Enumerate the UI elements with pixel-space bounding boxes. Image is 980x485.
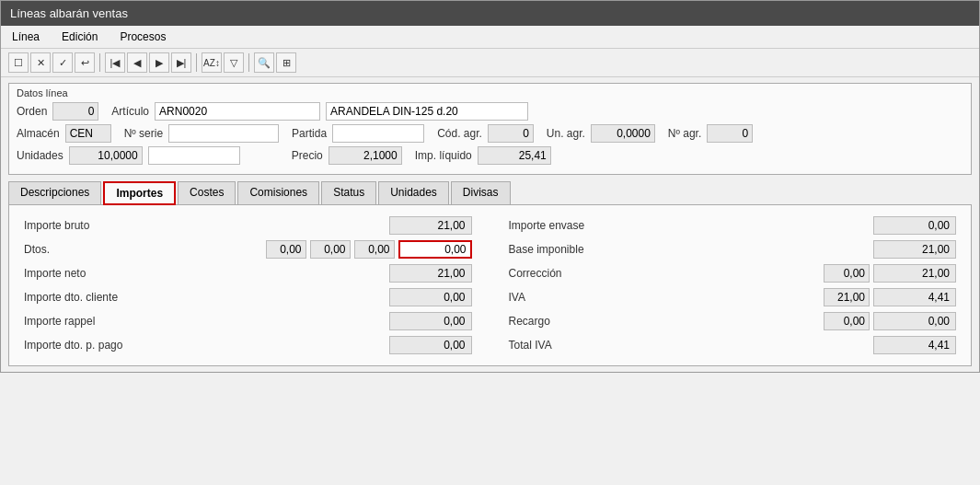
datos-linea-label: Datos línea [17, 87, 963, 98]
total-iva-value: 4,41 [873, 336, 956, 354]
iva-label: IVA [509, 291, 525, 304]
partida-label: Partida [292, 127, 327, 140]
recargo-field-1[interactable] [824, 312, 870, 330]
first-button[interactable]: |◀ [105, 52, 125, 73]
delete-button[interactable]: ✕ [30, 52, 51, 73]
base-imponible-label: Base imponible [509, 243, 584, 256]
row-total-iva: Total IVA 4,41 [509, 336, 957, 354]
row-importe-envase: Importe envase 0,00 [509, 216, 957, 235]
almacen-field[interactable] [65, 124, 111, 143]
iva-inputs: 4,41 [824, 288, 956, 306]
importe-bruto-label: Importe bruto [24, 219, 89, 232]
unagr-field[interactable] [591, 124, 655, 143]
row-base-imponible: Base imponible 21,00 [509, 240, 957, 259]
recargo-value-2: 0,00 [873, 312, 956, 330]
menu-bar: Línea Edición Procesos [1, 26, 979, 49]
row-importe-dto-cliente: Importe dto. cliente 0,00 [24, 288, 472, 306]
correccion-label: Corrección [509, 267, 562, 280]
next-button[interactable]: ▶ [149, 52, 169, 73]
importe-dto-cliente-label: Importe dto. cliente [24, 291, 118, 304]
importe-envase-value: 0,00 [873, 216, 956, 235]
importe-dto-cliente-value: 0,00 [389, 288, 472, 306]
main-content: Datos línea Orden Artículo Almacén Nº se… [1, 77, 979, 372]
menu-linea[interactable]: Línea [8, 29, 43, 45]
row-almacen: Almacén Nº serie Partida Cód. agr. Un. a… [17, 124, 963, 143]
tab-costes[interactable]: Costes [178, 181, 236, 205]
dtos-field-2[interactable] [310, 240, 351, 259]
datos-linea-section: Datos línea Orden Artículo Almacén Nº se… [8, 83, 972, 175]
importe-rappel-label: Importe rappel [24, 315, 95, 328]
toolbar-separator-1 [99, 53, 100, 72]
articulo-desc-field[interactable] [326, 102, 528, 121]
importe-neto-label: Importe neto [24, 267, 86, 280]
recargo-inputs: 0,00 [824, 312, 956, 330]
iva-value-2: 4,41 [873, 288, 956, 306]
importes-right: Importe envase 0,00 Base imponible 21,00… [509, 216, 957, 354]
recargo-label: Recargo [509, 315, 550, 328]
prev-button[interactable]: ◀ [127, 52, 147, 73]
dtos-inputs [266, 240, 472, 259]
articulo-field[interactable] [155, 102, 320, 121]
search-button[interactable]: 🔍 [254, 52, 274, 73]
orden-field[interactable] [52, 102, 98, 121]
noserie-field[interactable] [168, 124, 279, 143]
dtos-label: Dtos. [24, 243, 50, 256]
codagr-field[interactable] [488, 124, 534, 143]
importe-envase-label: Importe envase [509, 219, 585, 232]
menu-edicion[interactable]: Edición [58, 29, 101, 45]
unagr-label: Un. agr. [547, 127, 585, 140]
impliquido-field[interactable] [478, 146, 551, 165]
tab-content-importes: Importe bruto 21,00 Dtos. [8, 204, 972, 366]
correccion-field-1[interactable] [824, 264, 870, 283]
unidades-label: Unidades [17, 149, 63, 162]
filter-button[interactable]: ▽ [224, 52, 244, 73]
iva-field-1[interactable] [824, 288, 870, 306]
tab-importes[interactable]: Importes [103, 181, 176, 205]
partida-field[interactable] [332, 124, 424, 143]
dtos-field-1[interactable] [266, 240, 306, 259]
menu-procesos[interactable]: Procesos [116, 29, 169, 45]
tab-status[interactable]: Status [321, 181, 376, 205]
unidades-field[interactable] [69, 146, 143, 165]
correccion-value-2: 21,00 [873, 264, 956, 283]
row-importe-neto: Importe neto 21,00 [24, 264, 472, 283]
dtos-main-field[interactable] [398, 240, 472, 259]
tab-comisiones[interactable]: Comisiones [237, 181, 319, 205]
importe-dto-pago-value: 0,00 [389, 336, 472, 354]
check-button[interactable]: ✓ [52, 52, 73, 73]
articulo-label: Artículo [111, 105, 149, 118]
row-importe-bruto: Importe bruto 21,00 [24, 216, 472, 235]
impliquido-label: Imp. líquido [415, 149, 472, 162]
tab-divisas[interactable]: Divisas [451, 181, 511, 205]
importe-bruto-value: 21,00 [389, 216, 472, 235]
row-dtos: Dtos. [24, 240, 472, 259]
toolbar-separator-2 [196, 53, 197, 72]
almacen-label: Almacén [17, 127, 60, 140]
tabs-container: Descripciones Importes Costes Comisiones… [8, 180, 972, 366]
importe-rappel-value: 0,00 [389, 312, 472, 330]
new-button[interactable]: ☐ [8, 52, 29, 73]
sort-button[interactable]: AZ↕ [202, 52, 222, 73]
importes-grid: Importe bruto 21,00 Dtos. [24, 216, 956, 354]
precio-field[interactable] [329, 146, 402, 165]
noagr-field[interactable] [707, 124, 753, 143]
undo-button[interactable]: ↩ [75, 52, 95, 73]
unidades-extra-field[interactable] [148, 146, 240, 165]
row-recargo: Recargo 0,00 [509, 312, 957, 330]
grid-button[interactable]: ⊞ [276, 52, 296, 73]
tabs-header: Descripciones Importes Costes Comisiones… [8, 180, 972, 204]
row-orden-articulo: Orden Artículo [17, 102, 963, 121]
window-title: Líneas albarán ventas [10, 6, 128, 20]
importes-left: Importe bruto 21,00 Dtos. [24, 216, 472, 354]
tab-unidades[interactable]: Unidades [378, 181, 449, 205]
tab-descripciones[interactable]: Descripciones [8, 181, 101, 205]
base-imponible-value: 21,00 [873, 240, 956, 259]
total-iva-label: Total IVA [509, 339, 552, 352]
dtos-field-3[interactable] [354, 240, 395, 259]
row-unidades: Unidades Precio Imp. líquido [17, 146, 963, 165]
row-iva: IVA 4,41 [509, 288, 957, 306]
importe-neto-value: 21,00 [389, 264, 472, 283]
toolbar-separator-3 [248, 53, 249, 72]
row-importe-rappel: Importe rappel 0,00 [24, 312, 472, 330]
last-button[interactable]: ▶| [171, 52, 191, 73]
